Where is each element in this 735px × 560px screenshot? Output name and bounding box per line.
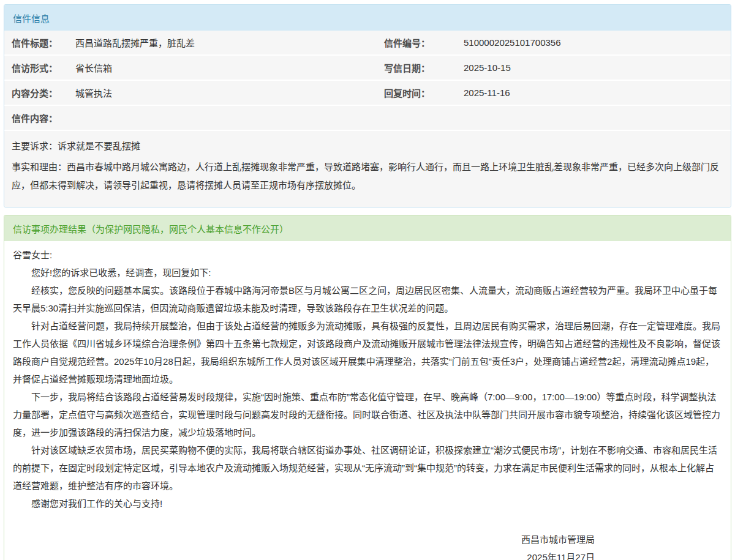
reply-paragraph: 针对占道经营问题，我局持续开展整治，但由于该处占道经营的摊贩多为流动摊贩，具有极… [13, 317, 722, 388]
info-row-title-number: 信件标题： 西昌道路乱摆摊严重，脏乱差 信件编号： 51000020251017… [4, 31, 731, 56]
letter-number-label: 信件编号： [384, 36, 464, 49]
salutation: 谷雪女士: [13, 246, 722, 264]
facts-text: 事实和理由：西昌市春城中路月城公寓路边，人行道上乱摆摊现象非常严重，导致道路堵塞… [12, 158, 722, 195]
reply-date-label: 回复时间： [384, 86, 464, 99]
letter-title-label: 信件标题： [12, 36, 75, 49]
category-value: 城管执法 [75, 86, 384, 99]
write-date-value: 2025-10-15 [464, 62, 725, 73]
reply-body: 谷雪女士: 您好!您的诉求已收悉，经调查，现回复如下: 经核实，您反映的问题基本… [4, 241, 731, 560]
petition-form-label: 信访形式： [12, 61, 75, 74]
info-row-category-reply: 内容分类： 城管执法 回复时间： 2025-11-16 [4, 81, 731, 106]
letter-title-value: 西昌道路乱摆摊严重，脏乱差 [75, 36, 384, 49]
petition-form-value: 省长信箱 [75, 61, 384, 74]
letter-info-title: 信件信息 [4, 5, 731, 31]
agency-signature: 西昌市城市管理局 [13, 531, 595, 548]
letter-content-label: 信件内容： [12, 111, 725, 124]
category-label: 内容分类： [12, 86, 75, 99]
reply-paragraph: 经核实，您反映的问题基本属实。该路段位于春城中路海河帝景B区与月城公寓二区之间，… [13, 282, 722, 317]
reply-title: 信访事项办理结果（为保护网民隐私，网民个人基本信息不作公开） [4, 215, 731, 241]
letter-content-body: 主要诉求：诉求就是不要乱摆摊 事实和理由：西昌市春城中路月城公寓路边，人行道上乱… [4, 131, 731, 207]
reply-paragraph: 您好!您的诉求已收悉，经调查，现回复如下: [13, 264, 722, 282]
reply-paragraph: 下一步，我局将结合该路段占道经营易发时段规律，实施“因时施策、重点布防”常态化值… [13, 388, 722, 441]
reply-panel: 信访事项办理结果（为保护网民隐私，网民个人基本信息不作公开） 谷雪女士: 您好!… [4, 215, 731, 560]
letter-number-value: 5100002025101700356 [464, 37, 725, 48]
signature-block: 西昌市城市管理局 2025年11月27日 [13, 531, 722, 560]
write-date-label: 写信日期： [384, 61, 464, 74]
signature-date: 2025年11月27日 [13, 548, 595, 560]
letter-info-panel: 信件信息 信件标题： 西昌道路乱摆摊严重，脏乱差 信件编号： 510000202… [4, 4, 731, 207]
reply-paragraph: 针对该区域缺乏农贸市场，居民买菜购物不便的实际，我局将联合辖区街道办事处、社区调… [13, 441, 722, 495]
reply-date-value: 2025-11-16 [464, 88, 725, 98]
info-row-form-date: 信访形式： 省长信箱 写信日期： 2025-10-15 [4, 56, 731, 81]
reply-paragraph: 感谢您对我们工作的关心与支持! [13, 495, 722, 512]
info-row-content-label: 信件内容： [4, 106, 731, 131]
main-appeal-text: 主要诉求：诉求就是不要乱摆摊 [12, 137, 722, 155]
